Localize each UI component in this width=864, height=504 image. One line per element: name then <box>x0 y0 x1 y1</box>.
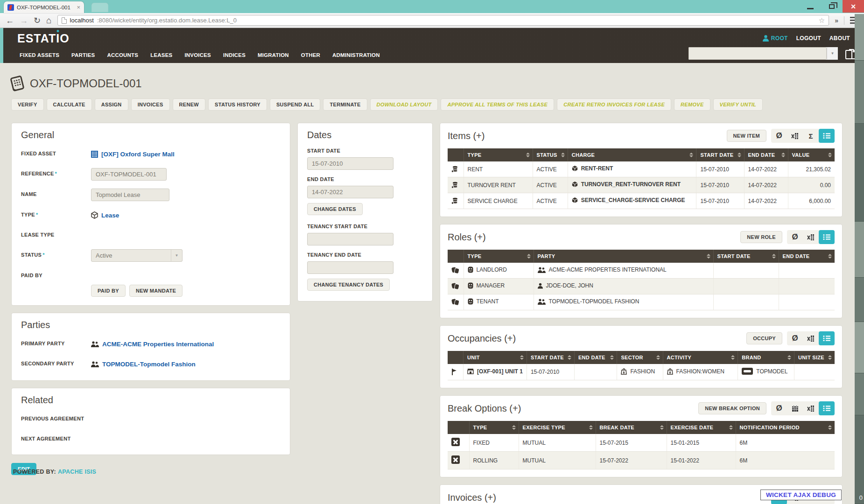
url-bar[interactable]: localhost :8080/wicket/entity/org.estati… <box>57 15 829 26</box>
roles-col-start-date[interactable]: START DATE <box>713 250 779 263</box>
user-menu[interactable]: ROOT <box>763 35 788 42</box>
suspend-all-button[interactable]: SUSPEND ALL <box>270 98 321 111</box>
role-row-icon[interactable] <box>448 263 464 279</box>
change-tenancy-dates-button[interactable]: CHANGE TENANCY DATES <box>307 279 390 291</box>
terminate-button[interactable]: TERMINATE <box>323 98 367 111</box>
invoices-button[interactable]: INVOICES <box>131 98 170 111</box>
reload-icon[interactable]: ↻ <box>34 16 41 25</box>
items-col-charge[interactable]: CHARGE <box>568 148 696 161</box>
sort-icon[interactable] <box>787 355 791 360</box>
items-col-value[interactable]: VALUE <box>788 148 835 161</box>
assign-button[interactable]: ASSIGN <box>95 98 128 111</box>
occ-col-end-date[interactable]: END DATE <box>574 351 617 364</box>
minimize-button[interactable] <box>800 0 821 13</box>
estatio-logo[interactable]: ESTATIO <box>17 32 70 45</box>
excel-export-icon[interactable] <box>803 331 819 345</box>
occ-col-start-date[interactable]: START DATE <box>527 351 574 364</box>
items-col-type[interactable]: TYPE <box>464 148 533 161</box>
item-row-icon[interactable] <box>448 161 464 177</box>
sort-icon[interactable] <box>828 425 832 430</box>
nav-parties[interactable]: PARTIES <box>71 52 95 58</box>
break-col-notification-period[interactable]: NOTIFICATION PERIOD <box>736 421 835 434</box>
nav-administration[interactable]: ADMINISTRATION <box>332 52 380 58</box>
reference-field[interactable]: OXF-TOPMODEL-001 <box>91 168 167 181</box>
browser-tab[interactable]: OXF-TOPMODEL-001 × <box>4 1 84 13</box>
sort-icon[interactable] <box>561 153 565 157</box>
global-search[interactable]: ▼ <box>688 47 838 60</box>
search-input[interactable] <box>688 47 827 60</box>
new-break-option-button[interactable]: NEW BREAK OPTION <box>698 402 766 414</box>
tenancy-end-date-field[interactable] <box>307 261 393 274</box>
excel-export-icon[interactable] <box>803 401 819 415</box>
sort-icon[interactable] <box>828 153 832 157</box>
remove-button[interactable]: REMOVE <box>674 98 710 111</box>
list-view-icon[interactable] <box>819 401 835 415</box>
break-col-exercise-type[interactable]: EXERCISE TYPE <box>519 421 596 434</box>
approve-all-terms-button[interactable]: APPROVE ALL TERMS OF THIS LEASE <box>441 98 554 111</box>
tenancy-start-date-field[interactable] <box>307 233 393 245</box>
sort-icon[interactable] <box>772 254 776 259</box>
nav-invoices[interactable]: INVOICES <box>184 52 211 58</box>
roles-col-type[interactable]: TYPE <box>464 250 534 263</box>
excel-export-icon[interactable] <box>803 230 819 244</box>
occ-col-unit-size[interactable]: UNIT SIZE <box>794 351 835 364</box>
hide-columns-icon[interactable]: Ø <box>787 230 803 244</box>
apache-isis-link[interactable]: APACHE ISIS <box>58 469 96 475</box>
sort-icon[interactable] <box>689 153 693 157</box>
occ-col-unit[interactable]: UNIT <box>463 351 527 364</box>
nav-migration[interactable]: MIGRATION <box>258 52 289 58</box>
fixed-asset-link[interactable]: [OXF] Oxford Super Mall <box>91 148 175 160</box>
change-dates-button[interactable]: CHANGE DATES <box>307 203 363 215</box>
maximize-button[interactable] <box>821 0 843 13</box>
items-col-end-date[interactable]: END DATE <box>744 148 788 161</box>
hide-columns-icon[interactable]: Ø <box>787 331 803 345</box>
items-col-status[interactable]: STATUS <box>533 148 568 161</box>
sort-icon[interactable] <box>729 425 733 430</box>
create-retro-invoices-button[interactable]: CREATE RETRO INVOICES FOR LEASE <box>557 98 671 111</box>
excel-export-icon[interactable] <box>787 129 803 143</box>
sort-icon[interactable] <box>828 355 832 360</box>
sort-icon[interactable] <box>589 425 593 430</box>
sort-icon[interactable] <box>738 153 741 157</box>
nav-other[interactable]: OTHER <box>301 52 320 58</box>
new-tab-stub[interactable] <box>91 3 108 12</box>
nav-indices[interactable]: INDICES <box>223 52 246 58</box>
role-row-icon[interactable] <box>448 294 464 310</box>
sort-icon[interactable] <box>781 153 785 157</box>
close-button[interactable]: ✕ <box>843 0 864 13</box>
break-col-exercise-date[interactable]: EXERCISE DATE <box>667 421 736 434</box>
list-view-icon[interactable] <box>819 331 835 345</box>
sort-icon[interactable] <box>520 355 524 360</box>
role-row-icon[interactable] <box>448 279 464 294</box>
hide-columns-icon[interactable]: Ø <box>771 129 787 143</box>
sort-icon[interactable] <box>610 355 614 360</box>
calculate-button[interactable]: CALCULATE <box>47 98 92 111</box>
break-col-type[interactable]: TYPE <box>469 421 519 434</box>
primary-party-link[interactable]: ACME-ACME Properties International <box>91 338 214 350</box>
download-layout-button[interactable]: DOWNLOAD LAYOUT <box>370 98 438 111</box>
occ-col-brand[interactable]: BRAND <box>738 351 794 364</box>
home-icon[interactable]: ⌂ <box>46 16 51 25</box>
list-view-icon[interactable] <box>819 129 835 143</box>
type-link[interactable]: Lease <box>91 209 119 221</box>
new-role-button[interactable]: NEW ROLE <box>740 231 782 243</box>
occupy-button[interactable]: OCCUPY <box>746 332 782 344</box>
occ-col-sector[interactable]: SECTOR <box>617 351 663 364</box>
sort-icon[interactable] <box>660 425 664 430</box>
item-row-icon[interactable] <box>448 193 464 209</box>
nav-leases[interactable]: LEASES <box>150 52 172 58</box>
nav-accounts[interactable]: ACCOUNTS <box>107 52 138 58</box>
calendar-view-icon[interactable] <box>787 401 803 415</box>
sort-icon[interactable] <box>731 355 735 360</box>
paid-by-button[interactable]: PAID BY <box>91 285 126 297</box>
bookmark-star-icon[interactable]: ☆ <box>819 16 825 25</box>
sort-icon[interactable] <box>526 153 530 157</box>
sort-icon[interactable] <box>656 355 660 360</box>
break-row-icon[interactable] <box>448 452 469 469</box>
back-icon[interactable]: ← <box>6 16 14 25</box>
scrollbar-strip[interactable] <box>855 14 864 504</box>
verify-until-button[interactable]: VERIFY UNTIL <box>713 98 763 111</box>
overflow-chevron-icon[interactable]: » <box>835 17 838 24</box>
renew-button[interactable]: RENEW <box>173 98 205 111</box>
status-history-button[interactable]: STATUS HISTORY <box>208 98 267 111</box>
